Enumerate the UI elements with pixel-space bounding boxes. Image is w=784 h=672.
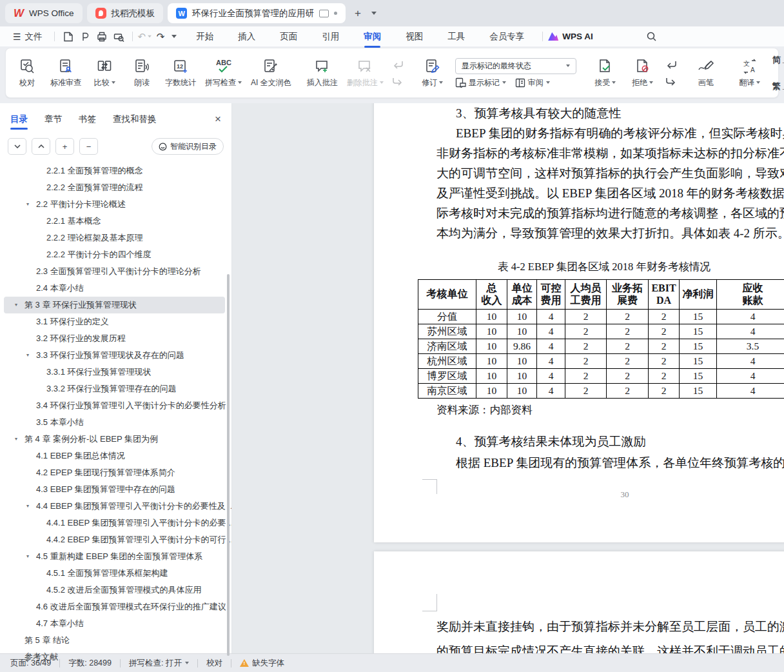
toc-item[interactable]: ▾ 3.2 环保行业的发展历程: [0, 330, 231, 347]
menu-item[interactable]: 开始: [195, 31, 215, 43]
ink-brush-button[interactable]: 画笔: [687, 55, 725, 92]
print-preview-icon[interactable]: [110, 30, 127, 44]
menu-item[interactable]: 工具: [446, 31, 466, 43]
toc-item[interactable]: ▾ 4.4.2 EBEP 集团预算管理引入平衡计分卡的可行 ...: [0, 531, 231, 548]
toc-previous-button[interactable]: [32, 138, 50, 155]
review-pane-button[interactable]: 审阅: [515, 77, 550, 88]
read-aloud-button[interactable]: 朗读: [123, 55, 161, 92]
search-icon[interactable]: [643, 30, 660, 44]
delete-comment-button[interactable]: 删除批注: [342, 55, 388, 92]
hamburger-icon[interactable]: ☰: [13, 32, 21, 42]
document-page-1[interactable]: 表 4-2 EBEP 集团各区域 2018 年财务考核情况 考核单位总 收入单位…: [374, 103, 784, 542]
toc-item[interactable]: ▾ 第 3 章 环保行业预算管理现状: [4, 297, 225, 313]
table-cell: 4: [537, 324, 565, 339]
track-changes-button[interactable]: 修订: [414, 55, 451, 92]
toc-item[interactable]: ▾ 2.2.1 全面预算管理的概念: [0, 163, 231, 179]
missing-font-warning[interactable]: ! 缺失字体: [240, 658, 284, 669]
accept-button[interactable]: 接受: [587, 55, 624, 92]
tab-chapters[interactable]: 章节: [44, 114, 62, 125]
toc-next-button[interactable]: [8, 138, 26, 155]
to-traditional-button[interactable]: 简→ 转繁: [772, 49, 784, 71]
toc-item[interactable]: ▾ 4.5 重新构建 EBEP 集团的全面预算管理体系: [0, 548, 231, 565]
toc-collapse-button[interactable]: −: [79, 138, 98, 155]
redo-icon[interactable]: ↷: [152, 30, 169, 44]
toc-item[interactable]: ▾ 4.2 EPEP 集团现行预算管理体系简介: [0, 464, 231, 481]
toc-item[interactable]: ▾ 4.5.2 改进后全面预算管理模式的具体应用: [0, 582, 231, 598]
save-icon[interactable]: [60, 30, 77, 44]
tab-docer-templates[interactable]: 找稻壳模板: [87, 3, 164, 23]
document-canvas[interactable]: 表 4-2 EBEP 集团各区域 2018 年财务考核情况 考核单位总 收入单位…: [232, 103, 784, 653]
file-menu[interactable]: 文件: [25, 31, 43, 43]
toc-item[interactable]: ▾ 3.4 环保行业预算管理引入平衡计分卡的必要性分析: [0, 397, 231, 414]
toc-item[interactable]: ▾ 2.2.1 基本概念: [0, 213, 231, 230]
toc-item[interactable]: ▾ 参考文献: [0, 649, 231, 666]
tab-bookmarks[interactable]: 书签: [79, 114, 96, 125]
translate-button[interactable]: 文 A 翻译: [731, 55, 769, 92]
tab-current-document[interactable]: W 环保行业全面预算管理的应用研: [168, 3, 346, 23]
standard-review-button[interactable]: 标准审查: [46, 55, 86, 92]
toc-item[interactable]: ▾ 第 4 章 案例分析-以 EBEP 集团为例: [0, 431, 231, 448]
toc-collapse-arrow-icon[interactable]: ▾: [26, 503, 29, 509]
toc-item[interactable]: ▾ 3.3 环保行业预算管理现状及存在的问题: [0, 347, 231, 364]
menu-item[interactable]: 页面: [279, 31, 299, 43]
toc-collapse-arrow-icon[interactable]: ▾: [15, 436, 17, 442]
undo-button[interactable]: ↶: [138, 32, 153, 41]
toc-item[interactable]: ▾ 3.3.1 环保行业预算管理现状: [0, 364, 231, 380]
toc-item[interactable]: ▾ 2.2.2 全面预算管理的流程: [0, 179, 231, 196]
next-comment-icon[interactable]: [391, 75, 405, 87]
menu-item[interactable]: 视图: [404, 31, 424, 43]
smart-toc-button[interactable]: 智能识别目录: [152, 138, 224, 155]
ai-polish-button[interactable]: AI 全文润色: [246, 55, 296, 92]
next-change-icon[interactable]: [664, 75, 678, 87]
toc-item[interactable]: ▾ 2.2 平衡计分卡理论概述: [0, 196, 231, 213]
toc-item[interactable]: ▾ 4.6 改进后全面预算管理模式在环保行业的推广建议: [0, 598, 231, 615]
toc-collapse-arrow-icon[interactable]: ▾: [26, 352, 29, 358]
document-page-2[interactable]: 奖励并未直接挂钩，由于预算指标并未分解至员工层面，员工的激励也就与的预算目标完成…: [374, 551, 784, 653]
toc-item[interactable]: ▾ 2.3 全面预算管理引入平衡计分卡的理论分析: [0, 263, 231, 280]
quickbar-chevron-icon[interactable]: [172, 35, 177, 38]
close-icon[interactable]: ×: [215, 113, 221, 126]
toc-item[interactable]: ▾ 4.3 EBEP 集团预算管理中存在的问题: [0, 481, 231, 498]
tab-find-replace[interactable]: 查找和替换: [113, 114, 157, 125]
show-markup-button[interactable]: 显示标记: [455, 77, 506, 88]
toc-item[interactable]: ▾ 2.2.2 理论框架及基本原理: [0, 230, 231, 246]
toc-item[interactable]: ▾ 4.5.1 全面预算管理体系框架构建: [0, 565, 231, 582]
toc-item[interactable]: ▾ 3.5 本章小结: [0, 414, 231, 431]
toc-collapse-arrow-icon[interactable]: ▾: [15, 302, 17, 308]
wps-ai-menu[interactable]: WPS AI: [548, 32, 593, 41]
toc-item[interactable]: ▾ 3.1 环保行业的定义: [0, 313, 231, 330]
toc-collapse-arrow-icon[interactable]: ▾: [26, 201, 29, 207]
menu-item[interactable]: 会员专享: [488, 31, 525, 43]
toc-expand-button[interactable]: +: [55, 138, 74, 155]
compare-button[interactable]: 比较: [86, 55, 123, 92]
insert-comment-button[interactable]: 插入批注: [302, 55, 342, 92]
word-count-button[interactable]: 12 字数统计: [161, 55, 201, 92]
toc-item[interactable]: ▾ 2.2.2 平衡计分卡的四个维度: [0, 246, 231, 263]
toc-item[interactable]: ▾ 第 5 章 结论: [0, 632, 231, 649]
menu-item[interactable]: 插入: [237, 31, 257, 43]
toc-item[interactable]: ▾ 4.4 EBEP 集团预算管理引入平衡计分卡的必要性及 ...: [0, 498, 231, 515]
toc-item[interactable]: ▾ 4.7 本章小结: [0, 615, 231, 632]
markup-state-dropdown[interactable]: 显示标记的最终状态: [455, 58, 576, 74]
tab-toc[interactable]: 目录: [10, 114, 28, 125]
export-pdf-icon[interactable]: [77, 30, 93, 44]
toc-item[interactable]: ▾ 2.4 本章小结: [0, 280, 231, 297]
menu-item[interactable]: 引用: [320, 31, 340, 43]
sidebar-scrollbar[interactable]: [227, 274, 230, 656]
previous-change-icon[interactable]: [664, 59, 678, 70]
pop-out-window-icon[interactable]: [319, 10, 329, 17]
toc-item[interactable]: ▾ 4.4.1 EBEP 集团预算管理引入平衡计分卡的必要 ...: [0, 515, 231, 531]
toc-item[interactable]: ▾ 4.1 EBEP 集团总体情况: [0, 448, 231, 464]
print-icon[interactable]: [93, 30, 110, 44]
new-tab-button[interactable]: +: [350, 7, 366, 20]
spell-check-button[interactable]: ABC 拼写检查: [201, 55, 246, 92]
toc-collapse-arrow-icon[interactable]: ▾: [26, 553, 29, 559]
previous-comment-icon[interactable]: [391, 59, 405, 70]
reject-button[interactable]: 拒绝: [624, 55, 662, 92]
to-simplified-button[interactable]: 繁→ 转简: [772, 75, 784, 97]
proofread-button[interactable]: 校对: [8, 55, 46, 92]
toc-item[interactable]: ▾ 3.3.2 环保行业预算管理存在的问题: [0, 380, 231, 397]
tab-wps-home[interactable]: W WPS Office: [5, 3, 83, 23]
tab-list-chevron-icon[interactable]: [371, 12, 377, 15]
menu-item[interactable]: 审阅: [362, 31, 382, 43]
